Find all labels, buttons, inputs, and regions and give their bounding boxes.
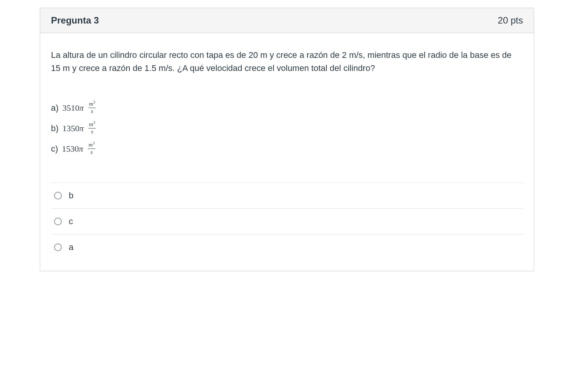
option-label: c bbox=[69, 216, 73, 226]
question-title: Pregunta 3 bbox=[51, 15, 99, 26]
answer-value: 1530π bbox=[62, 139, 83, 159]
option-label: a bbox=[69, 242, 73, 252]
answer-option-c: c) 1530π m3 s bbox=[51, 139, 523, 159]
question-points: 20 pts bbox=[498, 15, 523, 26]
radio-options: b c a bbox=[51, 182, 523, 260]
answer-option-b: b) 1350π m3 s bbox=[51, 118, 523, 139]
answer-letter: b) bbox=[51, 118, 59, 139]
option-row-b[interactable]: b bbox=[51, 183, 523, 209]
question-text: La altura de un cilindro circular recto … bbox=[51, 49, 523, 75]
option-row-c[interactable]: c bbox=[51, 209, 523, 235]
answer-value: 3510π bbox=[63, 98, 84, 118]
answer-option-a: a) 3510π m3 s bbox=[51, 98, 523, 118]
radio-icon[interactable] bbox=[54, 243, 62, 251]
answer-value: 1350π bbox=[63, 118, 84, 139]
answer-letter: a) bbox=[51, 98, 59, 118]
question-header: Pregunta 3 20 pts bbox=[40, 8, 534, 33]
question-body: La altura de un cilindro circular recto … bbox=[40, 33, 534, 271]
radio-icon[interactable] bbox=[54, 218, 62, 225]
option-label: b bbox=[69, 191, 73, 201]
answer-letter: c) bbox=[51, 139, 58, 159]
question-card: Pregunta 3 20 pts La altura de un cilind… bbox=[40, 8, 534, 271]
radio-icon[interactable] bbox=[54, 192, 62, 199]
unit-fraction: m3 s bbox=[88, 141, 95, 155]
unit-fraction: m3 s bbox=[88, 100, 96, 115]
answer-list: a) 3510π m3 s b) 1350π m3 s c) 1530π bbox=[51, 98, 523, 159]
option-row-a[interactable]: a bbox=[51, 235, 523, 260]
unit-fraction: m3 s bbox=[88, 121, 96, 135]
